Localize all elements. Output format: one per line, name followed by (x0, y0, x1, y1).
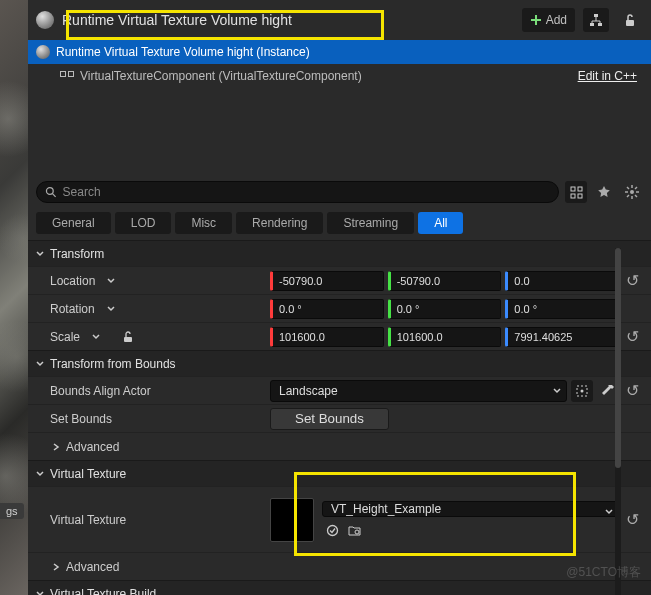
pick-actor-button[interactable] (571, 380, 593, 402)
search-input[interactable] (63, 185, 550, 199)
tab-rendering[interactable]: Rendering (236, 212, 323, 234)
tab-lod[interactable]: LOD (115, 212, 172, 234)
category-virtual-texture-build-title: Virtual Texture Build (50, 587, 156, 596)
svg-point-21 (581, 389, 584, 392)
svg-point-23 (355, 530, 359, 534)
prop-set-bounds: Set Bounds Set Bounds (28, 404, 651, 432)
reset-virtual-texture-button[interactable]: ↺ (623, 511, 641, 529)
location-y-input[interactable]: -50790.0 (388, 271, 502, 291)
chevron-down-icon[interactable] (107, 305, 115, 313)
svg-rect-1 (590, 23, 594, 26)
add-button[interactable]: Add (522, 8, 575, 32)
svg-line-15 (627, 187, 629, 189)
chevron-down-icon[interactable] (107, 277, 115, 285)
scale-x-input[interactable]: 101600.0 (270, 327, 384, 347)
badge: gs (0, 503, 24, 519)
title-row: Runtime Virtual Texture Volume hight Add (28, 0, 651, 40)
category-transform[interactable]: Transform (28, 240, 651, 266)
virtual-texture-value: VT_Height_Example (331, 502, 441, 516)
prop-advanced-vt[interactable]: Advanced (28, 552, 651, 580)
filter-tabs: General LOD Misc Rendering Streaming All (28, 206, 651, 240)
svg-line-5 (53, 194, 56, 197)
tree-component-label: VirtualTextureComponent (VirtualTextureC… (80, 69, 362, 83)
location-z-input[interactable]: 0.0 (505, 271, 619, 291)
scrollbar-thumb[interactable] (615, 248, 621, 468)
matrix-view-button[interactable] (565, 181, 587, 203)
tab-general[interactable]: General (36, 212, 111, 234)
category-virtual-texture-title: Virtual Texture (50, 467, 126, 481)
svg-rect-2 (598, 23, 602, 26)
scale-z-input[interactable]: 7991.40625 (505, 327, 619, 347)
rotation-z-input[interactable]: 0.0 ° (505, 299, 619, 319)
svg-rect-8 (571, 194, 575, 198)
prop-advanced-bounds[interactable]: Advanced (28, 432, 651, 460)
search-row (28, 178, 651, 206)
lock-button[interactable] (617, 8, 643, 32)
plus-icon (530, 14, 542, 26)
favorite-button[interactable] (593, 181, 615, 203)
tab-misc[interactable]: Misc (175, 212, 232, 234)
advanced-label: Advanced (66, 560, 119, 574)
tree-instance-row[interactable]: Runtime Virtual Texture Volume hight (In… (28, 40, 651, 64)
use-icon (326, 524, 339, 537)
edit-cpp-link[interactable]: Edit in C++ (578, 69, 643, 83)
gear-icon (625, 185, 639, 199)
chevron-down-icon (36, 590, 44, 596)
category-virtual-texture[interactable]: Virtual Texture (28, 460, 651, 486)
scale-lock-button[interactable] (120, 329, 136, 345)
tab-all[interactable]: All (418, 212, 463, 234)
prop-rotation-label: Rotation (50, 302, 95, 316)
svg-rect-0 (594, 14, 598, 17)
details-panel: Runtime Virtual Texture Volume hight Add… (28, 0, 651, 595)
svg-point-4 (46, 188, 53, 195)
actor-name[interactable]: Runtime Virtual Texture Volume hight (62, 12, 292, 28)
actor-icon (36, 45, 50, 59)
bounds-align-label: Bounds Align Actor (50, 384, 151, 398)
scale-y-input[interactable]: 101600.0 (388, 327, 502, 347)
category-transform-bounds[interactable]: Transform from Bounds (28, 350, 651, 376)
svg-rect-6 (571, 187, 575, 191)
reset-scale-button[interactable]: ↺ (623, 328, 641, 346)
rotation-x-input[interactable]: 0.0 ° (270, 299, 384, 319)
chevron-down-icon (553, 387, 561, 395)
scrollbar[interactable] (615, 248, 621, 595)
bounds-align-dropdown[interactable]: Landscape (270, 380, 567, 402)
set-bounds-button[interactable]: Set Bounds (270, 408, 389, 430)
use-selected-button[interactable] (324, 523, 340, 539)
location-x-input[interactable]: -50790.0 (270, 271, 384, 291)
prop-virtual-texture: Virtual Texture VT_Height_Example (28, 486, 651, 552)
component-icon (60, 71, 74, 81)
actor-icon (36, 11, 54, 29)
chevron-down-icon[interactable] (92, 333, 100, 341)
browse-asset-button[interactable] (346, 523, 362, 539)
virtual-texture-dropdown[interactable]: VT_Height_Example (322, 501, 619, 517)
reset-bounds-align-button[interactable]: ↺ (623, 382, 641, 400)
svg-rect-3 (626, 20, 634, 26)
settings-button[interactable] (621, 181, 643, 203)
rotation-y-input[interactable]: 0.0 ° (388, 299, 502, 319)
prop-location-label: Location (50, 274, 95, 288)
unlock-icon (623, 13, 637, 27)
add-button-label: Add (546, 13, 567, 27)
prop-rotation-label-cell: Rotation (28, 302, 270, 316)
unlock-icon (122, 331, 134, 343)
star-icon (597, 185, 611, 199)
properties-scroll[interactable]: Transform Location -50790.0 -50790.0 0.0… (28, 240, 651, 595)
search-box[interactable] (36, 181, 559, 203)
svg-point-22 (327, 526, 337, 536)
hierarchy-button[interactable] (583, 8, 609, 32)
svg-line-16 (635, 195, 637, 197)
search-icon (45, 186, 57, 198)
prop-bounds-align: Bounds Align Actor Landscape ↺ (28, 376, 651, 404)
chevron-right-icon (52, 443, 60, 451)
svg-line-18 (635, 187, 637, 189)
tree-component-row[interactable]: VirtualTextureComponent (VirtualTextureC… (28, 64, 651, 88)
prop-scale-label-cell: Scale (28, 329, 270, 345)
reset-location-button[interactable]: ↺ (623, 272, 641, 290)
category-transform-bounds-title: Transform from Bounds (50, 357, 176, 371)
prop-scale: Scale 101600.0 101600.0 7991.40625 ↺ (28, 322, 651, 350)
category-virtual-texture-build[interactable]: Virtual Texture Build (28, 580, 651, 595)
asset-thumbnail[interactable] (270, 498, 314, 542)
tab-streaming[interactable]: Streaming (327, 212, 414, 234)
bounds-align-value: Landscape (279, 384, 338, 398)
